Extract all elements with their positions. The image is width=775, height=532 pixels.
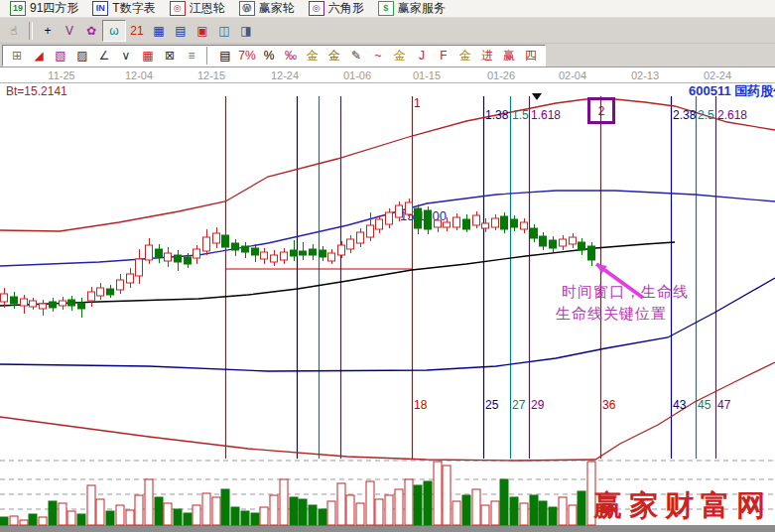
zigzag-tool-icon[interactable]: ∨ [115, 46, 137, 66]
volume-bar [366, 481, 374, 525]
volume-bar [481, 505, 489, 525]
chart-area[interactable]: Bt=15.2141 600511 国药股份 15.1800 2 时间窗口，生命… [0, 83, 775, 532]
gann-box-dark-icon[interactable]: ▨ [71, 46, 93, 66]
volume-bar [356, 503, 364, 525]
candle-body [444, 222, 451, 227]
gold-underline-icon[interactable]: 金 [389, 46, 411, 66]
cycle-count-label: 45 [698, 399, 710, 411]
menu-bar: 1991四方形INT数字表◎江恩轮Ⓦ赢家轮◎六角形$赢家服务 [0, 0, 775, 18]
angle-ying-icon[interactable]: 赢 [498, 46, 520, 66]
angle-gold-icon[interactable]: 金 [454, 46, 476, 66]
percent-icon[interactable]: % [258, 46, 280, 66]
volume-bar [520, 503, 528, 525]
volume-bar [337, 483, 345, 525]
candle-body [357, 232, 364, 243]
date-tick-label: 01-26 [487, 69, 515, 81]
percent7-icon[interactable]: 7% [236, 46, 258, 66]
menu-digit-table-icon: IN [92, 1, 108, 16]
grid-arrow-icon[interactable]: ⊠ [159, 46, 181, 66]
volume-bar [193, 505, 200, 525]
menu-square91-icon: 19 [10, 1, 26, 16]
date-tick-label: 12-04 [125, 69, 153, 81]
angle-j-icon[interactable]: J [411, 46, 433, 66]
candle-body [281, 252, 288, 260]
menu-square91[interactable]: 1991四方形 [10, 0, 78, 17]
menu-winner-service[interactable]: $赢家服务 [378, 0, 446, 17]
volume-bar [309, 505, 317, 525]
calculator-icon[interactable]: ▦ [148, 21, 170, 41]
annotation-line1: 时间窗口，生命线 [562, 284, 689, 299]
volume-bar [241, 511, 249, 525]
volume-bar [212, 497, 220, 525]
candle-body [531, 228, 538, 238]
gold-lines-icon[interactable]: 金 [323, 46, 345, 66]
volume-bar [135, 495, 143, 525]
gann-fan-red-icon[interactable]: ◢ [28, 46, 50, 66]
menu-gann-wheel[interactable]: ◎江恩轮 [170, 0, 225, 17]
gann-box-purple-icon[interactable]: ▧ [50, 46, 71, 66]
notebook-icon[interactable]: ▤ [170, 21, 192, 41]
brush-icon[interactable]: ✎ [345, 46, 367, 66]
cycle-count-label: 43 [673, 399, 686, 411]
save-floppy-icon[interactable]: ▣ [192, 21, 213, 41]
candle-body [588, 246, 595, 260]
candle-body [347, 239, 354, 249]
candle-body [396, 205, 403, 217]
candle-body [579, 242, 585, 250]
candle-body [165, 253, 172, 261]
candle-body [463, 219, 470, 229]
volume-bar [539, 501, 547, 525]
volume-bar [290, 497, 298, 525]
crosshair-icon[interactable]: + [37, 21, 59, 41]
angle-lines-icon[interactable]: ∠ [93, 46, 115, 66]
candle-body [1, 294, 8, 302]
candle-body [203, 237, 210, 251]
candle-body [185, 257, 192, 264]
volume-bar [87, 485, 95, 525]
angle-jin-icon[interactable]: 进 [476, 46, 498, 66]
volume-bar [414, 485, 422, 525]
angle-marker-icon[interactable]: V [59, 21, 80, 41]
calendar-21-icon[interactable]: 21 [126, 21, 148, 41]
angle-f-icon[interactable]: F [433, 46, 454, 66]
square-grid-tool-icon[interactable]: ⊞ [6, 46, 28, 66]
volume-bar [395, 489, 403, 525]
candle-body [88, 292, 95, 301]
menu-square91-label: 91四方形 [30, 0, 78, 17]
menu-winner-wheel-label: 赢家轮 [259, 0, 295, 17]
wave-a-icon[interactable]: ~ [367, 46, 389, 66]
volume-bar [462, 495, 470, 525]
volume-bar [126, 510, 134, 525]
annotation-line2: 生命线关键位置 [556, 306, 667, 321]
gann-shape-icon[interactable]: ✿ [80, 21, 102, 41]
gold-circle-icon[interactable]: 金 [302, 46, 323, 66]
percent-lines-icon[interactable]: ‰ [280, 46, 302, 66]
candle-body [97, 288, 104, 296]
menu-hexagon[interactable]: ◎六角形 [309, 0, 364, 17]
menu-hexagon-label: 六角形 [328, 0, 364, 17]
volume-bar [346, 495, 354, 525]
menu-winner-wheel[interactable]: Ⓦ赢家轮 [239, 0, 295, 17]
volume-bar [491, 501, 499, 525]
volume-bar [49, 501, 57, 525]
parallel-lines-icon[interactable]: ≡ [181, 46, 202, 66]
menu-digit-table[interactable]: INT数字表 [92, 0, 155, 17]
date-tick-label: 01-15 [413, 69, 441, 81]
candle-body [425, 210, 432, 229]
web-doc-icon[interactable]: ◫ [213, 21, 235, 41]
band-curve-upper-red [0, 99, 775, 231]
candle-body [156, 249, 163, 257]
volume-bar [174, 509, 182, 525]
grid-red-icon[interactable]: ▦ [137, 46, 159, 66]
bar-stats-icon[interactable]: ▤ [214, 46, 236, 66]
candle-body [291, 250, 298, 256]
volume-bar [10, 516, 18, 525]
angle-si-icon[interactable]: 四 [520, 46, 542, 66]
candle-body [521, 222, 528, 229]
volume-bar [59, 503, 66, 525]
print-setup-icon[interactable]: ◨ [235, 21, 257, 41]
wave-tool-icon[interactable]: ω [102, 20, 126, 42]
pan-hand-icon[interactable]: ☝ [3, 21, 25, 41]
candle-body [30, 301, 37, 307]
menu-gann-wheel-label: 江恩轮 [190, 0, 225, 17]
